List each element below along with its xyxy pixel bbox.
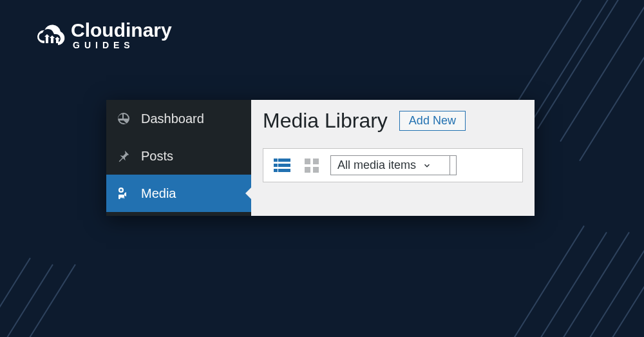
media-toolbar: All media items — [263, 148, 523, 182]
dashboard-icon — [115, 110, 132, 127]
svg-rect-9 — [274, 159, 278, 162]
cloud-icon — [36, 24, 67, 46]
grid-icon — [304, 158, 319, 173]
page-title: Media Library — [263, 109, 388, 133]
svg-rect-11 — [274, 169, 278, 172]
view-grid-button[interactable] — [301, 156, 323, 175]
svg-rect-15 — [305, 167, 310, 173]
list-icon — [274, 159, 290, 173]
svg-rect-13 — [305, 159, 310, 164]
sidebar-item-posts[interactable]: Posts — [106, 137, 251, 175]
sidebar-item-label: Posts — [141, 149, 173, 164]
svg-rect-10 — [274, 164, 278, 167]
pin-icon — [115, 148, 132, 164]
media-icon — [115, 185, 132, 202]
cropped-control — [450, 155, 457, 175]
brand-logo: Cloudinary GUIDES — [36, 19, 172, 50]
view-list-button[interactable] — [271, 156, 293, 175]
brand-name: Cloudinary — [71, 19, 172, 41]
svg-rect-16 — [313, 167, 319, 173]
wp-admin-panel: Dashboard Posts Media Media Library Add … — [106, 100, 535, 216]
filter-label: All media items — [337, 159, 416, 172]
svg-rect-1 — [51, 38, 53, 43]
svg-rect-2 — [56, 39, 59, 43]
content-area: Media Library Add New All media items — [251, 100, 535, 216]
admin-sidebar: Dashboard Posts Media — [106, 100, 251, 216]
brand-subtitle: GUIDES — [71, 40, 172, 50]
sidebar-item-media[interactable]: Media — [106, 175, 251, 212]
media-type-filter[interactable]: All media items — [330, 155, 450, 175]
svg-rect-14 — [313, 159, 319, 164]
chevron-down-icon — [422, 161, 431, 170]
svg-rect-12 — [278, 159, 278, 173]
sidebar-item-dashboard[interactable]: Dashboard — [106, 100, 251, 137]
sidebar-item-label: Dashboard — [141, 111, 204, 126]
sidebar-item-label: Media — [141, 186, 176, 201]
add-new-button[interactable]: Add New — [399, 111, 466, 131]
svg-rect-0 — [46, 37, 48, 43]
